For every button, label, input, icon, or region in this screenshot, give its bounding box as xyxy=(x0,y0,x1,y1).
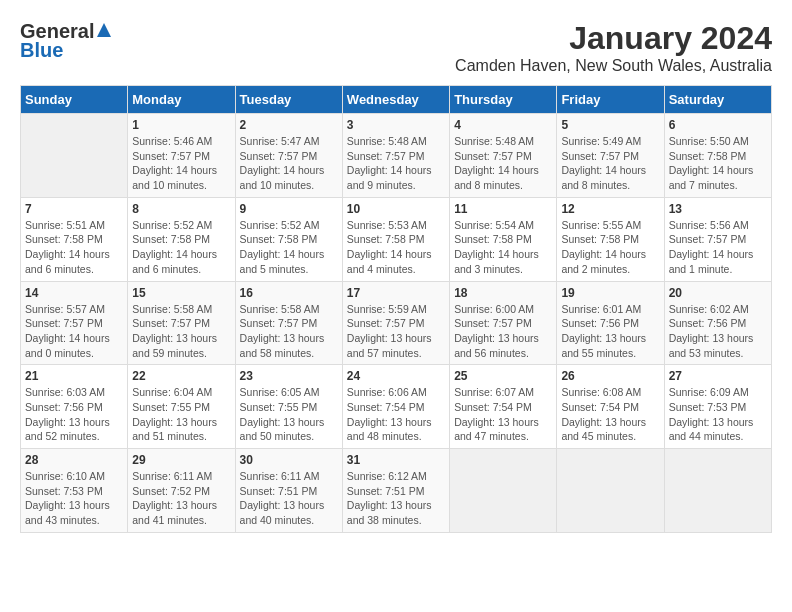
day-info: Sunrise: 6:10 AMSunset: 7:53 PMDaylight:… xyxy=(25,469,123,528)
calendar-cell: 27Sunrise: 6:09 AMSunset: 7:53 PMDayligh… xyxy=(664,365,771,449)
day-number: 30 xyxy=(240,453,338,467)
logo-blue: Blue xyxy=(20,39,63,62)
calendar-cell: 22Sunrise: 6:04 AMSunset: 7:55 PMDayligh… xyxy=(128,365,235,449)
day-info: Sunrise: 6:06 AMSunset: 7:54 PMDaylight:… xyxy=(347,385,445,444)
day-number: 24 xyxy=(347,369,445,383)
calendar-cell: 6Sunrise: 5:50 AMSunset: 7:58 PMDaylight… xyxy=(664,114,771,198)
calendar-day-header: Wednesday xyxy=(342,86,449,114)
page-header: General Blue January 2024 Camden Haven, … xyxy=(20,20,772,75)
calendar-cell: 5Sunrise: 5:49 AMSunset: 7:57 PMDaylight… xyxy=(557,114,664,198)
day-info: Sunrise: 5:58 AMSunset: 7:57 PMDaylight:… xyxy=(132,302,230,361)
day-info: Sunrise: 5:57 AMSunset: 7:57 PMDaylight:… xyxy=(25,302,123,361)
day-number: 14 xyxy=(25,286,123,300)
day-number: 10 xyxy=(347,202,445,216)
day-info: Sunrise: 6:12 AMSunset: 7:51 PMDaylight:… xyxy=(347,469,445,528)
day-number: 1 xyxy=(132,118,230,132)
day-number: 13 xyxy=(669,202,767,216)
calendar-cell: 20Sunrise: 6:02 AMSunset: 7:56 PMDayligh… xyxy=(664,281,771,365)
day-info: Sunrise: 5:52 AMSunset: 7:58 PMDaylight:… xyxy=(132,218,230,277)
day-info: Sunrise: 6:11 AMSunset: 7:51 PMDaylight:… xyxy=(240,469,338,528)
calendar-cell: 10Sunrise: 5:53 AMSunset: 7:58 PMDayligh… xyxy=(342,197,449,281)
day-info: Sunrise: 5:52 AMSunset: 7:58 PMDaylight:… xyxy=(240,218,338,277)
calendar-cell xyxy=(450,449,557,533)
calendar-cell: 23Sunrise: 6:05 AMSunset: 7:55 PMDayligh… xyxy=(235,365,342,449)
calendar-header-row: SundayMondayTuesdayWednesdayThursdayFrid… xyxy=(21,86,772,114)
day-info: Sunrise: 6:08 AMSunset: 7:54 PMDaylight:… xyxy=(561,385,659,444)
day-number: 17 xyxy=(347,286,445,300)
svg-marker-0 xyxy=(97,23,111,37)
calendar-table: SundayMondayTuesdayWednesdayThursdayFrid… xyxy=(20,85,772,533)
day-number: 4 xyxy=(454,118,552,132)
calendar-cell: 12Sunrise: 5:55 AMSunset: 7:58 PMDayligh… xyxy=(557,197,664,281)
day-number: 25 xyxy=(454,369,552,383)
calendar-week-row: 7Sunrise: 5:51 AMSunset: 7:58 PMDaylight… xyxy=(21,197,772,281)
day-info: Sunrise: 5:53 AMSunset: 7:58 PMDaylight:… xyxy=(347,218,445,277)
calendar-cell: 16Sunrise: 5:58 AMSunset: 7:57 PMDayligh… xyxy=(235,281,342,365)
calendar-cell xyxy=(664,449,771,533)
day-info: Sunrise: 5:55 AMSunset: 7:58 PMDaylight:… xyxy=(561,218,659,277)
calendar-cell: 31Sunrise: 6:12 AMSunset: 7:51 PMDayligh… xyxy=(342,449,449,533)
logo-icon xyxy=(95,21,113,43)
calendar-cell: 11Sunrise: 5:54 AMSunset: 7:58 PMDayligh… xyxy=(450,197,557,281)
calendar-week-row: 1Sunrise: 5:46 AMSunset: 7:57 PMDaylight… xyxy=(21,114,772,198)
calendar-week-row: 21Sunrise: 6:03 AMSunset: 7:56 PMDayligh… xyxy=(21,365,772,449)
calendar-cell: 8Sunrise: 5:52 AMSunset: 7:58 PMDaylight… xyxy=(128,197,235,281)
day-info: Sunrise: 6:05 AMSunset: 7:55 PMDaylight:… xyxy=(240,385,338,444)
day-number: 29 xyxy=(132,453,230,467)
day-info: Sunrise: 6:11 AMSunset: 7:52 PMDaylight:… xyxy=(132,469,230,528)
day-number: 2 xyxy=(240,118,338,132)
title-block: January 2024 Camden Haven, New South Wal… xyxy=(455,20,772,75)
day-number: 7 xyxy=(25,202,123,216)
day-number: 22 xyxy=(132,369,230,383)
day-info: Sunrise: 6:00 AMSunset: 7:57 PMDaylight:… xyxy=(454,302,552,361)
calendar-cell: 26Sunrise: 6:08 AMSunset: 7:54 PMDayligh… xyxy=(557,365,664,449)
calendar-cell: 1Sunrise: 5:46 AMSunset: 7:57 PMDaylight… xyxy=(128,114,235,198)
day-info: Sunrise: 6:03 AMSunset: 7:56 PMDaylight:… xyxy=(25,385,123,444)
calendar-cell: 19Sunrise: 6:01 AMSunset: 7:56 PMDayligh… xyxy=(557,281,664,365)
calendar-cell: 18Sunrise: 6:00 AMSunset: 7:57 PMDayligh… xyxy=(450,281,557,365)
calendar-cell: 14Sunrise: 5:57 AMSunset: 7:57 PMDayligh… xyxy=(21,281,128,365)
day-number: 5 xyxy=(561,118,659,132)
day-number: 6 xyxy=(669,118,767,132)
day-number: 18 xyxy=(454,286,552,300)
day-info: Sunrise: 5:48 AMSunset: 7:57 PMDaylight:… xyxy=(454,134,552,193)
day-info: Sunrise: 6:04 AMSunset: 7:55 PMDaylight:… xyxy=(132,385,230,444)
day-number: 12 xyxy=(561,202,659,216)
day-info: Sunrise: 6:09 AMSunset: 7:53 PMDaylight:… xyxy=(669,385,767,444)
day-info: Sunrise: 5:59 AMSunset: 7:57 PMDaylight:… xyxy=(347,302,445,361)
day-number: 9 xyxy=(240,202,338,216)
day-info: Sunrise: 5:58 AMSunset: 7:57 PMDaylight:… xyxy=(240,302,338,361)
day-number: 3 xyxy=(347,118,445,132)
calendar-week-row: 14Sunrise: 5:57 AMSunset: 7:57 PMDayligh… xyxy=(21,281,772,365)
calendar-day-header: Thursday xyxy=(450,86,557,114)
day-number: 16 xyxy=(240,286,338,300)
day-info: Sunrise: 5:50 AMSunset: 7:58 PMDaylight:… xyxy=(669,134,767,193)
calendar-cell: 9Sunrise: 5:52 AMSunset: 7:58 PMDaylight… xyxy=(235,197,342,281)
day-number: 28 xyxy=(25,453,123,467)
day-info: Sunrise: 6:01 AMSunset: 7:56 PMDaylight:… xyxy=(561,302,659,361)
calendar-week-row: 28Sunrise: 6:10 AMSunset: 7:53 PMDayligh… xyxy=(21,449,772,533)
calendar-body: 1Sunrise: 5:46 AMSunset: 7:57 PMDaylight… xyxy=(21,114,772,533)
calendar-cell: 13Sunrise: 5:56 AMSunset: 7:57 PMDayligh… xyxy=(664,197,771,281)
day-number: 27 xyxy=(669,369,767,383)
calendar-cell: 17Sunrise: 5:59 AMSunset: 7:57 PMDayligh… xyxy=(342,281,449,365)
calendar-cell: 2Sunrise: 5:47 AMSunset: 7:57 PMDaylight… xyxy=(235,114,342,198)
calendar-cell xyxy=(21,114,128,198)
day-info: Sunrise: 5:51 AMSunset: 7:58 PMDaylight:… xyxy=(25,218,123,277)
day-number: 15 xyxy=(132,286,230,300)
day-number: 21 xyxy=(25,369,123,383)
calendar-cell: 24Sunrise: 6:06 AMSunset: 7:54 PMDayligh… xyxy=(342,365,449,449)
calendar-day-header: Friday xyxy=(557,86,664,114)
day-number: 26 xyxy=(561,369,659,383)
calendar-cell: 29Sunrise: 6:11 AMSunset: 7:52 PMDayligh… xyxy=(128,449,235,533)
day-info: Sunrise: 6:07 AMSunset: 7:54 PMDaylight:… xyxy=(454,385,552,444)
page-subtitle: Camden Haven, New South Wales, Australia xyxy=(455,57,772,75)
calendar-cell xyxy=(557,449,664,533)
calendar-cell: 25Sunrise: 6:07 AMSunset: 7:54 PMDayligh… xyxy=(450,365,557,449)
calendar-cell: 4Sunrise: 5:48 AMSunset: 7:57 PMDaylight… xyxy=(450,114,557,198)
day-number: 11 xyxy=(454,202,552,216)
day-info: Sunrise: 6:02 AMSunset: 7:56 PMDaylight:… xyxy=(669,302,767,361)
day-info: Sunrise: 5:54 AMSunset: 7:58 PMDaylight:… xyxy=(454,218,552,277)
day-info: Sunrise: 5:46 AMSunset: 7:57 PMDaylight:… xyxy=(132,134,230,193)
page-title: January 2024 xyxy=(455,20,772,57)
